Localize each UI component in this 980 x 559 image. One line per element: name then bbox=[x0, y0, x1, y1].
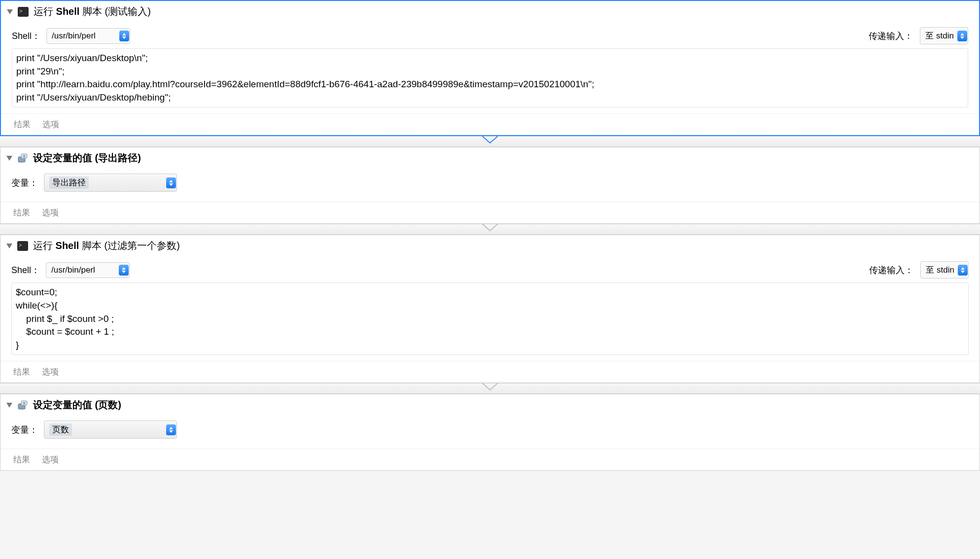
pass-input-select[interactable]: 至 stdin bbox=[920, 27, 968, 44]
disclosure-triangle-icon[interactable] bbox=[6, 156, 12, 161]
notch-icon bbox=[482, 136, 498, 144]
variable-icon: x bbox=[17, 153, 28, 163]
variable-label: 变量： bbox=[11, 177, 38, 189]
block-title: 设定变量的值 (导出路径) bbox=[33, 151, 141, 165]
variable-select[interactable]: 页数 bbox=[44, 420, 177, 439]
title-suffix: 脚本 (过滤第一个参数) bbox=[79, 240, 179, 251]
variable-token: 导出路径 bbox=[49, 176, 89, 189]
options-button[interactable]: 选项 bbox=[42, 119, 59, 130]
chevron-updown-icon bbox=[957, 31, 967, 41]
field-row-variable: 变量： 页数 bbox=[11, 420, 969, 439]
title-suffix: 脚本 (测试输入) bbox=[79, 6, 150, 17]
field-row-shell: Shell： /usr/bin/perl 传递输入： 至 stdin bbox=[11, 261, 969, 279]
block-title: 运行 Shell 脚本 (测试输入) bbox=[34, 5, 151, 18]
chevron-updown-icon bbox=[166, 424, 176, 435]
block-header: 运行 Shell 脚本 (过滤第一个参数) bbox=[0, 235, 980, 256]
action-set-variable-1[interactable]: x 设定变量的值 (导出路径) 变量： 导出路径 结果 选项 bbox=[0, 147, 980, 224]
results-button[interactable]: 结果 bbox=[13, 454, 30, 465]
variable-token: 页数 bbox=[49, 423, 72, 436]
shell-select[interactable]: /usr/bin/perl bbox=[46, 28, 130, 44]
results-button[interactable]: 结果 bbox=[13, 207, 30, 218]
disclosure-triangle-icon[interactable] bbox=[7, 9, 13, 14]
script-textarea[interactable]: $count=0; while(<>){ print $_ if $count … bbox=[11, 282, 969, 355]
block-title: 设定变量的值 (页数) bbox=[33, 398, 121, 412]
title-prefix: 运行 bbox=[33, 240, 56, 251]
connector bbox=[0, 224, 980, 235]
options-button[interactable]: 选项 bbox=[42, 207, 59, 218]
block-header: x 设定变量的值 (页数) bbox=[0, 394, 980, 416]
variable-icon: x bbox=[17, 400, 28, 410]
options-button[interactable]: 选项 bbox=[42, 366, 59, 378]
block-body: Shell： /usr/bin/perl 传递输入： 至 stdin $coun… bbox=[0, 256, 980, 361]
pass-input-label: 传递输入： bbox=[869, 30, 913, 42]
block-header: 运行 Shell 脚本 (测试输入) bbox=[1, 1, 979, 22]
results-button[interactable]: 结果 bbox=[13, 366, 30, 378]
variable-select[interactable]: 导出路径 bbox=[44, 174, 177, 192]
notch-icon bbox=[482, 383, 498, 391]
title-bold: Shell bbox=[56, 240, 79, 251]
shell-select-value: /usr/bin/perl bbox=[46, 262, 130, 278]
variable-label: 变量： bbox=[11, 424, 38, 436]
title-bold: Shell bbox=[56, 6, 80, 17]
variable-select-box: 页数 bbox=[44, 420, 177, 439]
field-row-shell: Shell： /usr/bin/perl 传递输入： 至 stdin bbox=[12, 27, 968, 44]
chevron-updown-icon bbox=[958, 265, 968, 276]
results-button[interactable]: 结果 bbox=[14, 119, 31, 130]
variable-select-box: 导出路径 bbox=[44, 174, 177, 192]
connector bbox=[0, 383, 980, 394]
block-header: x 设定变量的值 (导出路径) bbox=[0, 147, 980, 169]
action-run-shell-2[interactable]: 运行 Shell 脚本 (过滤第一个参数) Shell： /usr/bin/pe… bbox=[0, 235, 980, 383]
shell-label: Shell： bbox=[11, 264, 40, 276]
title-prefix: 运行 bbox=[34, 6, 56, 17]
action-set-variable-2[interactable]: x 设定变量的值 (页数) 变量： 页数 结果 选项 bbox=[0, 394, 980, 471]
terminal-icon bbox=[17, 241, 28, 251]
block-footer: 结果 选项 bbox=[0, 202, 980, 223]
pass-input-field: 传递输入： 至 stdin bbox=[869, 27, 968, 44]
block-footer: 结果 选项 bbox=[1, 113, 979, 135]
chevron-updown-icon bbox=[166, 177, 176, 188]
disclosure-triangle-icon[interactable] bbox=[6, 403, 12, 408]
block-footer: 结果 选项 bbox=[0, 361, 980, 383]
block-body: Shell： /usr/bin/perl 传递输入： 至 stdin print… bbox=[1, 22, 979, 113]
field-row-variable: 变量： 导出路径 bbox=[11, 174, 969, 192]
chevron-updown-icon bbox=[119, 31, 129, 41]
pass-input-select[interactable]: 至 stdin bbox=[920, 261, 969, 279]
disclosure-triangle-icon[interactable] bbox=[6, 244, 12, 248]
terminal-icon bbox=[18, 7, 29, 17]
pass-input-field: 传递输入： 至 stdin bbox=[869, 261, 969, 279]
shell-select-value: /usr/bin/perl bbox=[46, 28, 130, 44]
block-body: 变量： 页数 bbox=[0, 416, 980, 449]
action-run-shell-1[interactable]: 运行 Shell 脚本 (测试输入) Shell： /usr/bin/perl … bbox=[0, 0, 980, 136]
notch-icon bbox=[482, 224, 498, 232]
shell-select[interactable]: /usr/bin/perl bbox=[46, 262, 130, 278]
block-footer: 结果 选项 bbox=[0, 449, 980, 470]
shell-label: Shell： bbox=[12, 30, 40, 42]
connector bbox=[0, 136, 980, 147]
pass-input-label: 传递输入： bbox=[869, 264, 913, 276]
svg-text:x: x bbox=[23, 401, 25, 405]
script-textarea[interactable]: print "/Users/xiyuan/Desktop\n"; print "… bbox=[12, 48, 968, 107]
block-title: 运行 Shell 脚本 (过滤第一个参数) bbox=[33, 239, 180, 252]
svg-text:x: x bbox=[23, 154, 25, 158]
block-body: 变量： 导出路径 bbox=[0, 169, 980, 202]
chevron-updown-icon bbox=[119, 265, 129, 276]
options-button[interactable]: 选项 bbox=[42, 454, 59, 465]
